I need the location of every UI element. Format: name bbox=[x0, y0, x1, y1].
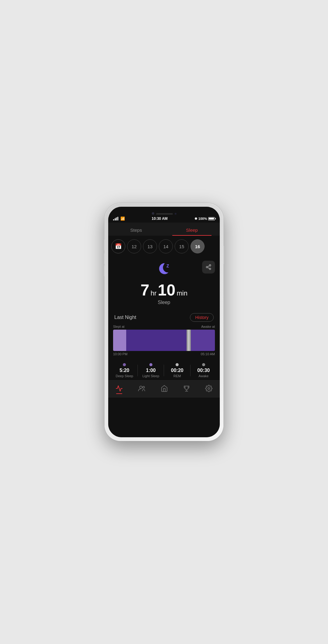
sleep-segment-deep-main bbox=[126, 330, 187, 351]
bottom-nav bbox=[108, 380, 220, 398]
sleep-stat-awake: 00:30 Awake bbox=[191, 363, 217, 378]
calendar-button[interactable]: 📅 bbox=[111, 239, 125, 253]
date-selector: 📅 12 13 14 15 16 bbox=[108, 236, 220, 256]
awake-label: Awake bbox=[198, 374, 209, 378]
front-camera-icon bbox=[152, 212, 154, 215]
section-header: Last Night History bbox=[108, 309, 220, 325]
slept-at-label: Slept at bbox=[113, 325, 124, 328]
sleep-chart: Slept at Awake at 10:00 PM 05:10 AM bbox=[108, 325, 220, 360]
dot-sensor bbox=[175, 213, 176, 215]
nav-active-indicator bbox=[116, 393, 122, 394]
sleep-segment-light-start bbox=[113, 330, 126, 351]
chart-labels: Slept at Awake at bbox=[113, 325, 215, 328]
rem-dot bbox=[176, 363, 179, 366]
nav-trophy[interactable] bbox=[180, 384, 193, 393]
date-12[interactable]: 12 bbox=[127, 239, 141, 253]
share-button[interactable] bbox=[202, 261, 215, 274]
awake-value: 00:30 bbox=[197, 368, 210, 373]
home-icon bbox=[161, 385, 168, 392]
deep-sleep-label: Deep Sleep bbox=[116, 374, 134, 378]
light-sleep-dot bbox=[149, 363, 152, 366]
time-labels: 10:00 PM 05:10 AM bbox=[113, 352, 215, 356]
sleep-min-label: min bbox=[176, 289, 187, 297]
awake-at-label: Awake at bbox=[201, 325, 215, 328]
awake-dot bbox=[202, 363, 205, 366]
sleep-minutes-value: 10 bbox=[158, 282, 176, 298]
nav-settings[interactable] bbox=[202, 384, 216, 393]
status-bar: 📶 10:30 AM ✹ 100% bbox=[108, 216, 220, 223]
settings-icon bbox=[205, 385, 212, 392]
light-sleep-value: 1:00 bbox=[146, 368, 156, 373]
moon-sleep-icon: Z bbox=[156, 261, 172, 280]
sleep-hours-value: 7 bbox=[141, 282, 149, 298]
bluetooth-icon: ✹ bbox=[194, 217, 197, 221]
sleep-type-label: Sleep bbox=[158, 300, 170, 305]
nav-social[interactable] bbox=[135, 384, 149, 393]
sleep-stat-light: 1:00 Light Sleep bbox=[138, 363, 164, 378]
start-time-label: 10:00 PM bbox=[113, 352, 127, 356]
end-time-label: 05:10 AM bbox=[201, 352, 215, 356]
sleep-stat-rem: 00:20 REM bbox=[164, 363, 191, 378]
svg-point-6 bbox=[140, 386, 142, 388]
history-button[interactable]: History bbox=[190, 313, 214, 322]
notch bbox=[108, 207, 220, 216]
social-icon bbox=[138, 385, 146, 392]
deep-sleep-dot bbox=[123, 363, 126, 366]
date-13[interactable]: 13 bbox=[143, 239, 157, 253]
date-14[interactable]: 14 bbox=[159, 239, 173, 253]
sleep-time-display: 7 hr 10 min bbox=[141, 282, 187, 298]
battery-percent: 100% bbox=[198, 217, 207, 220]
date-15[interactable]: 15 bbox=[175, 239, 189, 253]
date-16[interactable]: 16 bbox=[191, 239, 205, 253]
trophy-icon bbox=[183, 385, 190, 392]
sleep-segment-break bbox=[187, 330, 191, 351]
signal-icon bbox=[113, 217, 118, 220]
activity-icon bbox=[116, 385, 123, 392]
sleep-stats: 5:20 Deep Sleep 1:00 Light Sleep 00:20 R… bbox=[108, 360, 220, 380]
phone-screen: 📶 10:30 AM ✹ 100% Steps Sleep bbox=[108, 207, 220, 437]
phone-frame: 📶 10:30 AM ✹ 100% Steps Sleep bbox=[105, 203, 223, 441]
status-time: 10:30 AM bbox=[152, 216, 168, 221]
status-left: 📶 bbox=[113, 216, 125, 221]
calendar-icon: 📅 bbox=[115, 243, 122, 250]
tab-sleep[interactable]: Sleep bbox=[164, 225, 220, 236]
nav-home[interactable] bbox=[158, 384, 171, 393]
tab-bar: Steps Sleep bbox=[108, 223, 220, 236]
tab-steps[interactable]: Steps bbox=[108, 225, 164, 236]
wifi-icon: 📶 bbox=[120, 216, 125, 221]
status-right: ✹ 100% bbox=[194, 217, 215, 221]
svg-line-4 bbox=[208, 266, 209, 267]
speaker bbox=[156, 213, 173, 215]
light-sleep-label: Light Sleep bbox=[142, 374, 159, 378]
share-icon bbox=[205, 264, 212, 270]
svg-text:Z: Z bbox=[166, 263, 169, 268]
battery-icon bbox=[208, 217, 215, 220]
svg-line-3 bbox=[208, 267, 209, 268]
svg-point-9 bbox=[208, 388, 210, 389]
sleep-display: Z 7 hr 10 min Sleep bbox=[108, 256, 220, 309]
app-content: Steps Sleep 📅 12 13 14 bbox=[108, 223, 220, 437]
sleep-bar bbox=[113, 330, 215, 351]
svg-point-7 bbox=[143, 386, 144, 388]
nav-activity[interactable] bbox=[112, 384, 126, 393]
sleep-stat-deep: 5:20 Deep Sleep bbox=[111, 363, 138, 378]
rem-label: REM bbox=[173, 374, 181, 378]
sleep-hr-label: hr bbox=[151, 289, 157, 297]
rem-value: 00:20 bbox=[171, 368, 184, 373]
deep-sleep-value: 5:20 bbox=[119, 368, 129, 373]
last-night-label: Last Night bbox=[114, 315, 136, 320]
sleep-segment-end bbox=[191, 330, 215, 351]
